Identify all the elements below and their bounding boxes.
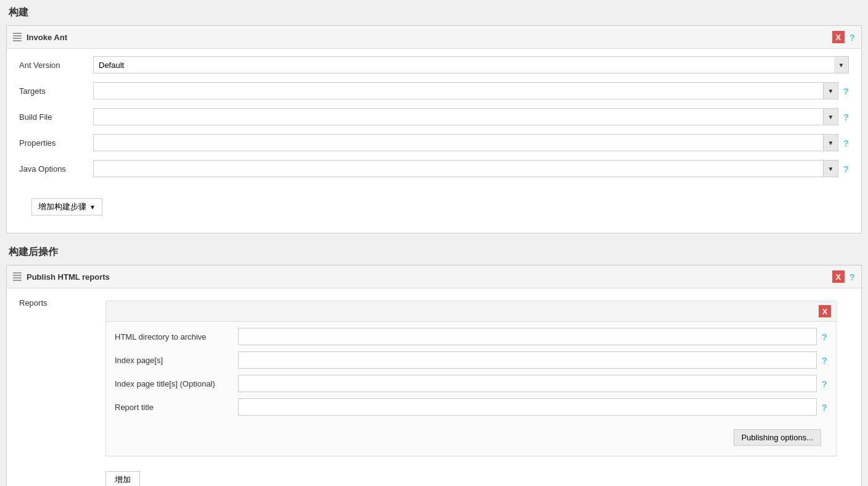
invoke-ant-header: Invoke Ant X ? — [7, 26, 861, 49]
build-file-control: D:\jmeter_test\build.xml ▼ ? — [93, 108, 849, 125]
targets-control: run ▼ ? — [93, 82, 849, 99]
properties-row: Properties ▼ ? — [19, 134, 849, 151]
publish-help-icon[interactable]: ? — [849, 272, 855, 282]
publishing-options-button[interactable]: Publishing options... — [734, 429, 821, 446]
report-title-row: Report title HTML Report ? — [115, 398, 827, 416]
ant-version-select[interactable]: Default — [93, 56, 849, 73]
targets-dropdown-btn[interactable]: ▼ — [824, 82, 838, 99]
java-options-help-icon[interactable]: ? — [843, 164, 849, 174]
properties-input[interactable] — [93, 134, 824, 151]
targets-input[interactable]: run — [93, 82, 824, 99]
add-build-step-arrow: ▼ — [89, 204, 96, 211]
publish-html-reports-card: Publish HTML reports X ? Reports X HTML … — [6, 265, 862, 486]
index-pages-input[interactable]: index.html — [238, 351, 817, 369]
java-options-row: Java Options ▼ ? — [19, 160, 849, 177]
java-options-label: Java Options — [19, 164, 93, 174]
invoke-ant-title: Invoke Ant — [27, 33, 827, 42]
index-pages-row: Index page[s] index.html ? — [115, 351, 827, 369]
build-file-dropdown-btn[interactable]: ▼ — [824, 108, 838, 125]
targets-row: Targets run ▼ ? — [19, 82, 849, 99]
close-publish-button[interactable]: X — [832, 270, 845, 283]
properties-control: ▼ ? — [93, 134, 849, 151]
html-dir-row: HTML directory to archive D:\jmeter_test… — [115, 328, 827, 345]
targets-help-icon[interactable]: ? — [843, 86, 849, 96]
reports-area: X HTML directory to archive D:\jmeter_te… — [93, 295, 849, 486]
index-pages-help-icon[interactable]: ? — [822, 355, 827, 366]
build-file-help-icon[interactable]: ? — [843, 112, 849, 122]
java-options-input[interactable] — [93, 160, 824, 177]
publish-drag-handle — [13, 272, 22, 281]
properties-label: Properties — [19, 138, 93, 148]
properties-help-icon[interactable]: ? — [843, 138, 849, 148]
invoke-ant-form: Ant Version Default ▼ Targets run — [7, 49, 861, 193]
index-title-input[interactable] — [238, 375, 817, 392]
reports-sub-panel-header: X — [106, 301, 836, 322]
close-invoke-ant-button[interactable]: X — [832, 31, 845, 43]
java-options-control: ▼ ? — [93, 160, 849, 177]
index-title-row: Index page title[s] (Optional) ? — [115, 375, 827, 392]
build-section-title: 构建 — [0, 0, 868, 25]
publish-html-reports-title: Publish HTML reports — [27, 272, 827, 282]
report-title-input[interactable]: HTML Report — [238, 398, 817, 416]
index-title-label: Index page title[s] (Optional) — [115, 379, 238, 388]
index-title-help-icon[interactable]: ? — [822, 379, 827, 389]
html-dir-label: HTML directory to archive — [115, 332, 238, 341]
reports-label: Reports — [19, 295, 93, 308]
ant-version-label: Ant Version — [19, 61, 93, 70]
report-title-help-icon[interactable]: ? — [822, 402, 827, 413]
invoke-ant-card: Invoke Ant X ? Ant Version Default ▼ — [6, 25, 862, 233]
invoke-ant-help-icon[interactable]: ? — [849, 32, 855, 43]
add-build-step-button[interactable]: 增加构建步骤 ▼ — [31, 198, 102, 216]
publishing-options-row: Publishing options... — [115, 422, 827, 450]
reports-form: HTML directory to archive D:\jmeter_test… — [106, 322, 836, 456]
post-build-section-title: 构建后操作 — [0, 240, 868, 265]
drag-handle — [13, 33, 22, 41]
close-report-entry-button[interactable]: X — [819, 305, 831, 317]
ant-version-row: Ant Version Default ▼ — [19, 56, 849, 73]
build-file-label: Build File — [19, 112, 93, 122]
html-dir-input[interactable]: D:\jmeter_test\report\html — [238, 328, 817, 345]
targets-label: Targets — [19, 86, 93, 96]
reports-sub-panel: X HTML directory to archive D:\jmeter_te… — [105, 301, 837, 456]
properties-dropdown-btn[interactable]: ▼ — [824, 134, 838, 151]
java-options-dropdown-btn[interactable]: ▼ — [824, 160, 838, 177]
report-title-label: Report title — [115, 403, 238, 412]
build-file-row: Build File D:\jmeter_test\build.xml ▼ ? — [19, 108, 849, 125]
add-build-step-label: 增加构建步骤 — [38, 201, 86, 212]
publish-html-reports-header: Publish HTML reports X ? — [7, 266, 861, 288]
add-report-button[interactable]: 增加 — [105, 471, 140, 486]
index-pages-label: Index page[s] — [115, 356, 238, 365]
build-file-input[interactable]: D:\jmeter_test\build.xml — [93, 108, 824, 125]
html-dir-help-icon[interactable]: ? — [822, 332, 827, 342]
ant-version-control: Default ▼ — [93, 56, 849, 73]
